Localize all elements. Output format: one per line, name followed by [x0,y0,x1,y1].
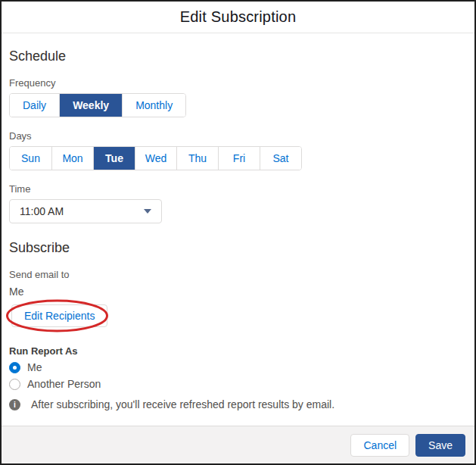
day-option-tue[interactable]: Tue [93,147,135,170]
days-label: Days [9,130,467,142]
frequency-button-group: Daily Weekly Monthly [9,93,186,117]
dialog-body: Schedule Frequency Daily Weekly Monthly … [2,33,474,410]
time-dropdown[interactable]: 11:00 AM [9,199,162,223]
radio-label: Me [27,361,42,373]
day-option-sun[interactable]: Sun [10,147,51,170]
radio-unchecked-icon[interactable] [9,379,20,390]
days-button-group: Sun Mon Tue Wed Thu Fri Sat [9,146,302,170]
day-option-fri[interactable]: Fri [218,147,260,170]
frequency-label: Frequency [9,77,467,89]
day-option-sat[interactable]: Sat [260,147,301,170]
dialog-footer: Cancel Save [2,426,474,463]
dialog-title: Edit Subscription [180,8,296,26]
subscribe-heading: Subscribe [9,240,467,256]
schedule-heading: Schedule [9,48,467,64]
day-option-wed[interactable]: Wed [135,147,176,170]
edit-recipients-button[interactable]: Edit Recipients [11,304,107,327]
chevron-down-icon [144,209,151,214]
cancel-button[interactable]: Cancel [350,434,409,457]
frequency-option-monthly[interactable]: Monthly [122,94,185,117]
info-row: i After subscribing, you'll receive refr… [9,398,467,410]
radio-label: Another Person [27,378,101,390]
info-text: After subscribing, you'll receive refres… [31,398,334,410]
run-report-as-label: Run Report As [9,345,467,357]
save-button[interactable]: Save [415,434,465,457]
run-as-option-another-person[interactable]: Another Person [9,378,467,390]
frequency-option-weekly[interactable]: Weekly [59,94,122,117]
run-as-option-me[interactable]: Me [9,361,467,373]
edit-subscription-dialog: Edit Subscription Schedule Frequency Dai… [0,0,476,465]
day-option-thu[interactable]: Thu [176,147,218,170]
frequency-option-daily[interactable]: Daily [10,94,59,117]
send-email-to-value: Me [9,286,467,298]
time-label: Time [9,183,467,195]
dialog-header: Edit Subscription [2,2,474,33]
edit-recipients-wrap: Edit Recipients [11,304,107,327]
day-option-mon[interactable]: Mon [51,147,93,170]
time-dropdown-value: 11:00 AM [20,205,64,217]
radio-checked-icon[interactable] [9,362,20,373]
send-email-to-label: Send email to [9,269,467,280]
info-icon: i [9,399,20,410]
